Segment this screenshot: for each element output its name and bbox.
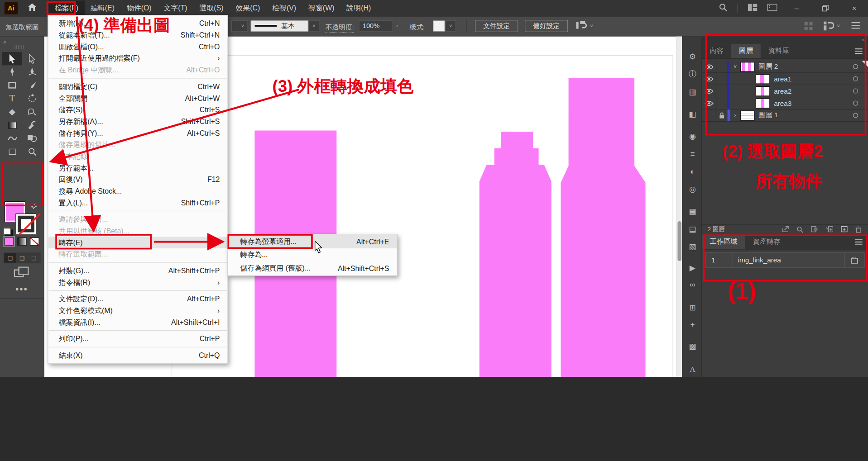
opacity-label[interactable]: 不透明度: xyxy=(326,23,354,33)
menu-object[interactable]: 物件(O) xyxy=(120,0,158,16)
gradient-mode-button[interactable] xyxy=(17,237,27,245)
pink-bottle-object-large[interactable] xyxy=(561,78,645,377)
menu-window[interactable]: 視窗(W) xyxy=(302,0,340,16)
color-guide-icon[interactable]: ◉ xyxy=(682,129,702,143)
target-circle-icon[interactable] xyxy=(853,76,858,81)
menu-edit[interactable]: 編輯(E) xyxy=(85,0,121,16)
visibility-eye-icon[interactable] xyxy=(702,73,716,85)
controlbar-menu-icon[interactable] xyxy=(851,22,860,31)
object-thumbnail[interactable] xyxy=(756,74,770,84)
submenu-item-export-as[interactable]: 轉存為... xyxy=(228,248,397,261)
selection-tool[interactable] xyxy=(2,52,22,65)
menu-select[interactable]: 選取(S) xyxy=(193,0,230,16)
pink-bottle-object-small[interactable] xyxy=(480,132,551,377)
zoom-tool[interactable] xyxy=(22,145,42,158)
draw-behind-button[interactable]: ❏ xyxy=(16,253,28,263)
object-thumbnail[interactable] xyxy=(756,98,770,108)
new-sublayer-icon[interactable] xyxy=(826,226,833,232)
menu-help[interactable]: 說明(H) xyxy=(340,0,377,16)
rectangle-tool[interactable] xyxy=(2,79,22,92)
layer-thumbnail[interactable] xyxy=(740,110,755,120)
menu-view[interactable]: 檢視(V) xyxy=(266,0,302,16)
width-tool[interactable] xyxy=(2,132,22,145)
clipping-mask-icon[interactable] xyxy=(811,226,818,232)
artboard-tool[interactable] xyxy=(2,145,22,158)
home-icon[interactable] xyxy=(28,3,37,13)
collect-for-export-icon[interactable] xyxy=(782,226,789,232)
delete-layer-icon[interactable] xyxy=(855,226,861,233)
pen-tool[interactable] xyxy=(2,65,22,78)
submenu-item-save-for-web[interactable]: 儲存為網頁用 (舊版)...Alt+Shift+Ctrl+S xyxy=(228,261,397,275)
menu-item-revert[interactable]: 回復(V)F12 xyxy=(48,174,227,185)
collapse-panels-icon[interactable]: » xyxy=(862,37,865,43)
links-icon[interactable]: ∞ xyxy=(682,278,702,291)
artboard-name[interactable]: img_link_area xyxy=(732,256,844,264)
style-dropdown-chevron[interactable]: ˅ xyxy=(445,20,456,31)
none-mode-button[interactable] xyxy=(30,237,39,245)
vertical-scrollbar-thumb[interactable] xyxy=(677,221,681,261)
shape-builder-tool[interactable] xyxy=(22,132,42,145)
chevron-down-icon[interactable]: ˅ xyxy=(730,64,740,70)
brush-dropdown-chevron[interactable]: ˅ xyxy=(308,20,319,31)
menu-item-save-as[interactable]: 另存新檔(A)...Shift+Ctrl+S xyxy=(48,116,227,128)
tab-properties[interactable]: 內容 xyxy=(702,44,731,58)
menu-item-file-info[interactable]: 檔案資訊(I)...Alt+Shift+Ctrl+I xyxy=(48,316,227,328)
minimize-button[interactable]: – xyxy=(787,0,806,16)
layer-name[interactable]: 圖層 1 xyxy=(758,111,778,120)
menu-item-close[interactable]: 關閉檔案(C)Ctrl+W xyxy=(48,81,227,92)
chevron-right-icon[interactable]: › xyxy=(730,112,740,118)
document-setup-button[interactable]: 文件設定 xyxy=(475,20,518,32)
stroke-profile-dropdown[interactable]: ˅ xyxy=(231,20,248,31)
arrange-documents-icon[interactable] xyxy=(823,21,834,33)
direct-selection-tool[interactable] xyxy=(22,52,42,65)
visibility-eye-icon[interactable] xyxy=(702,97,716,109)
layer-name[interactable]: 圖層 2 xyxy=(758,62,778,71)
draw-inside-button[interactable]: ❏ xyxy=(28,253,40,263)
layer-thumbnail[interactable] xyxy=(740,62,755,71)
menu-item-close-all[interactable]: 全部關閉Alt+Ctrl+W xyxy=(48,92,227,104)
visibility-eye-icon[interactable] xyxy=(702,61,716,72)
preferences-button[interactable]: 偏好設定 xyxy=(525,20,568,32)
menu-item-scripts[interactable]: 指令檔(R)› xyxy=(48,276,227,288)
object-thumbnail[interactable] xyxy=(756,86,770,96)
shaper-tool[interactable] xyxy=(22,105,42,118)
arrange-dropdown-chevron[interactable]: ˅ xyxy=(837,23,840,29)
layers-panel-menu-icon[interactable] xyxy=(855,44,863,58)
close-button[interactable]: × xyxy=(845,0,864,16)
color-icon[interactable]: ◧ xyxy=(682,107,702,120)
menu-effect[interactable]: 效果(C) xyxy=(230,0,266,16)
asset-export-icon[interactable]: + xyxy=(682,318,702,331)
menu-item-exit[interactable]: 結束(X)Ctrl+Q xyxy=(48,350,227,361)
target-circle-icon[interactable] xyxy=(853,101,858,106)
menu-item-document-color-mode[interactable]: 文件色彩模式(M)› xyxy=(48,305,227,317)
visibility-eye-cell[interactable] xyxy=(702,109,716,121)
artboard-row[interactable]: 1 img_link_area xyxy=(705,252,865,267)
menu-file[interactable]: 檔案(F) xyxy=(49,0,85,16)
restore-button[interactable] xyxy=(816,0,835,16)
object-name[interactable]: area3 xyxy=(774,99,791,107)
transparency-icon[interactable]: ◎ xyxy=(682,182,702,195)
pattern-options-icon[interactable]: ▩ xyxy=(682,340,702,353)
workspace-switcher-icon[interactable] xyxy=(748,3,758,13)
target-circle-icon[interactable] xyxy=(853,113,858,118)
menu-type[interactable]: 文字(T) xyxy=(158,0,193,16)
artboard-options-icon[interactable] xyxy=(844,253,864,267)
object-name[interactable]: area2 xyxy=(774,87,791,95)
opacity-field[interactable]: 100% xyxy=(359,20,393,31)
search-icon[interactable] xyxy=(719,3,727,14)
brush-definition-dropdown[interactable]: 基本 xyxy=(251,20,308,31)
menu-item-save-as-template[interactable]: 另存範本... xyxy=(48,162,227,174)
menu-item-open[interactable]: 開啟舊檔(O)...Ctrl+O xyxy=(48,41,227,52)
color-mode-button[interactable] xyxy=(5,237,14,245)
layer-row-area1[interactable]: area1 xyxy=(702,73,868,85)
layer-row-area2[interactable]: area2 xyxy=(702,85,868,97)
stroke-color-swatch[interactable] xyxy=(15,214,36,234)
brushes-icon[interactable]: ▤ xyxy=(682,222,702,235)
collapse-tools-icon[interactable]: « xyxy=(3,39,6,45)
type-tool[interactable]: T xyxy=(2,92,22,105)
visibility-eye-icon[interactable] xyxy=(702,85,716,97)
document-layout-icon[interactable] xyxy=(767,3,777,13)
layer-row-layer1[interactable]: › 圖層 1 xyxy=(702,109,868,122)
style-swatch[interactable] xyxy=(433,20,445,31)
menu-item-package[interactable]: 封裝(G)...Alt+Shift+Ctrl+P xyxy=(48,265,227,277)
